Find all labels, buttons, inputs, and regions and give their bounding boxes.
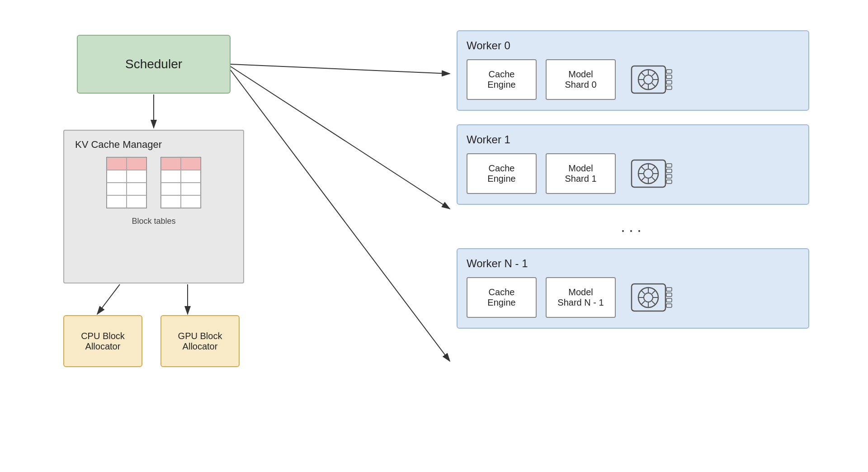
- gpu-allocator-box: GPU BlockAllocator: [160, 315, 240, 367]
- worker-1-title: Worker 1: [467, 133, 799, 146]
- diagram-container: Scheduler KV Cache Manager: [50, 21, 818, 451]
- worker-n-model-shard-label: ModelShard N - 1: [557, 287, 604, 308]
- svg-point-39: [644, 293, 653, 302]
- worker-0-inner: CacheEngine ModelShard 0: [467, 59, 799, 100]
- svg-line-14: [641, 72, 645, 76]
- kv-cache-manager-box: KV Cache Manager: [63, 130, 244, 283]
- svg-point-24: [644, 169, 653, 178]
- svg-point-9: [644, 75, 653, 84]
- cell: [107, 170, 127, 183]
- cell: [161, 195, 181, 208]
- worker-0-title: Worker 0: [467, 39, 799, 52]
- svg-line-17: [641, 83, 645, 87]
- worker-0-box: Worker 0 CacheEngine ModelShard 0: [457, 30, 809, 111]
- worker-1-model-shard-label: ModelShard 1: [565, 163, 596, 184]
- worker-0-cache-engine-label: CacheEngine: [487, 69, 515, 90]
- allocator-row: CPU BlockAllocator GPU BlockAllocator: [63, 315, 240, 367]
- worker-n-model-shard: ModelShard N - 1: [546, 277, 616, 318]
- worker-1-inner: CacheEngine ModelShard 1: [467, 153, 799, 194]
- cell: [161, 170, 181, 183]
- cell: [161, 157, 181, 170]
- gpu-icon-0: [629, 61, 675, 98]
- worker-n-box: Worker N - 1 CacheEngine ModelShard N - …: [457, 248, 809, 329]
- cpu-allocator-box: CPU BlockAllocator: [63, 315, 142, 367]
- cell: [161, 183, 181, 195]
- svg-rect-34: [666, 169, 672, 173]
- worker-1-box: Worker 1 CacheEngine ModelShard 1: [457, 124, 809, 205]
- svg-rect-51: [666, 304, 672, 307]
- cell: [107, 183, 127, 195]
- svg-line-30: [652, 177, 656, 181]
- worker-0-model-shard: ModelShard 0: [546, 59, 616, 100]
- worker-n-cache-engine-label: CacheEngine: [487, 287, 515, 308]
- block-tables-row: [106, 157, 201, 208]
- svg-rect-36: [666, 180, 672, 184]
- scheduler-label: Scheduler: [125, 57, 182, 71]
- cell: [127, 157, 146, 170]
- cell: [127, 195, 146, 208]
- cell: [181, 170, 201, 183]
- svg-rect-49: [666, 293, 672, 297]
- svg-line-6: [231, 70, 450, 361]
- svg-rect-19: [666, 75, 672, 79]
- worker-n-cache-engine: CacheEngine: [467, 277, 537, 318]
- cell: [181, 183, 201, 195]
- worker-n-inner: CacheEngine ModelShard N - 1: [467, 277, 799, 318]
- worker-1-cache-engine: CacheEngine: [467, 153, 537, 194]
- svg-rect-20: [666, 80, 672, 84]
- svg-line-31: [652, 166, 656, 170]
- worker-1-cache-engine-label: CacheEngine: [487, 163, 515, 184]
- gpu-allocator-label: GPU BlockAllocator: [178, 331, 222, 352]
- svg-line-32: [641, 177, 645, 181]
- svg-rect-33: [666, 164, 672, 167]
- cell: [107, 157, 127, 170]
- svg-rect-48: [666, 288, 672, 291]
- svg-line-45: [652, 301, 656, 305]
- block-table-2: [160, 157, 201, 208]
- svg-line-47: [641, 301, 645, 305]
- cpu-allocator-label: CPU BlockAllocator: [81, 331, 125, 352]
- svg-rect-21: [666, 86, 672, 90]
- worker-0-cache-engine: CacheEngine: [467, 59, 537, 100]
- block-tables-label: Block tables: [132, 217, 175, 226]
- svg-line-16: [652, 72, 656, 76]
- svg-line-46: [652, 290, 656, 294]
- svg-rect-50: [666, 298, 672, 302]
- cell: [127, 170, 146, 183]
- workers-column: Worker 0 CacheEngine ModelShard 0: [457, 30, 809, 329]
- cell: [181, 157, 201, 170]
- dots-separator: ...: [457, 218, 809, 235]
- worker-1-model-shard: ModelShard 1: [546, 153, 616, 194]
- svg-rect-18: [666, 70, 672, 73]
- svg-rect-35: [666, 175, 672, 178]
- gpu-icon-1: [629, 156, 675, 192]
- cell: [127, 183, 146, 195]
- svg-line-2: [97, 284, 120, 314]
- worker-n-title: Worker N - 1: [467, 257, 799, 270]
- cell: [107, 195, 127, 208]
- svg-line-29: [641, 166, 645, 170]
- block-table-1: [106, 157, 147, 208]
- kv-cache-title: KV Cache Manager: [75, 139, 162, 151]
- svg-line-5: [231, 66, 450, 209]
- svg-line-44: [641, 290, 645, 294]
- worker-0-model-shard-label: ModelShard 0: [565, 69, 596, 90]
- gpu-icon-n: [629, 279, 675, 316]
- svg-line-4: [231, 64, 450, 74]
- svg-line-15: [652, 83, 656, 87]
- cell: [181, 195, 201, 208]
- scheduler-box: Scheduler: [77, 35, 231, 94]
